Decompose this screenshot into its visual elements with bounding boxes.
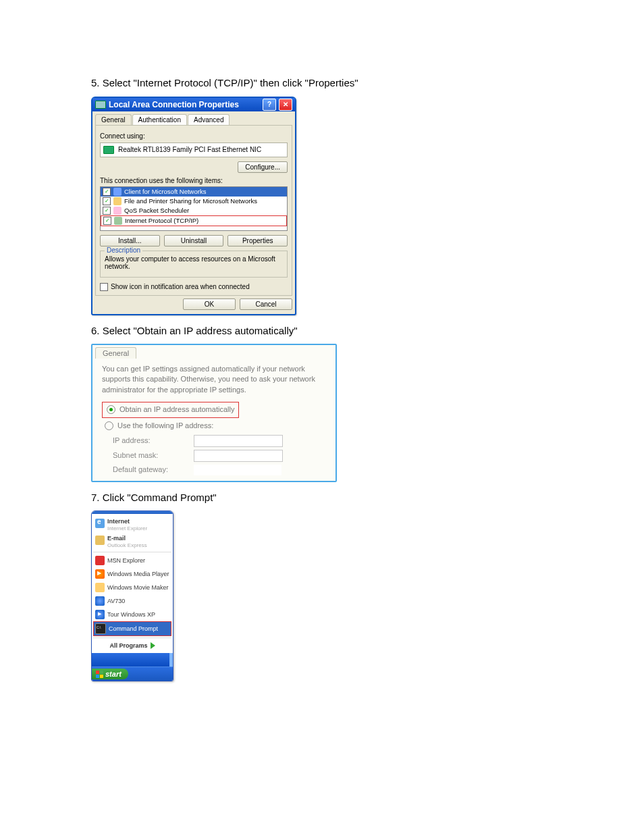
items-list[interactable]: ✓ Client for Microsoft Networks ✓ File a… [100, 186, 288, 231]
properties-button[interactable]: Properties [227, 235, 288, 246]
item-title: Internet [107, 518, 130, 525]
item-subtitle: Internet Explorer [107, 525, 147, 531]
start-item-tour[interactable]: Tour Windows XP [93, 608, 171, 621]
start-button[interactable]: start [92, 669, 128, 679]
wmp-icon [95, 569, 105, 579]
taskbar: start [92, 667, 173, 681]
step6-text: 6. Select "Obtain an IP address automati… [91, 323, 553, 339]
radio-auto-label: Obtain an IP address automatically [119, 405, 234, 415]
item-tcpip[interactable]: ✓ Internet Protocol (TCP/IP) [101, 216, 286, 226]
help-button[interactable]: ? [263, 99, 276, 111]
description-group: Description Allows your computer to acce… [100, 251, 288, 278]
divider [93, 552, 171, 552]
item-label: QoS Packet Scheduler [124, 207, 189, 214]
default-gateway-field[interactable] [194, 465, 281, 475]
radio-manual[interactable]: Use the following IP address: [102, 419, 329, 432]
item-title: MSN Explorer [107, 557, 145, 564]
item-title: Tour Windows XP [107, 611, 155, 618]
network-icon [95, 101, 106, 109]
radio-auto[interactable]: Obtain an IP address automatically [104, 403, 237, 416]
highlight-tcpip: ✓ Internet Protocol (TCP/IP) [101, 215, 287, 226]
item-file-printer-sharing[interactable]: ✓ File and Printer Sharing for Microsoft… [101, 197, 287, 206]
ie-icon [95, 519, 105, 528]
subnet-mask-field[interactable] [194, 450, 283, 462]
highlight-obtain-auto: Obtain an IP address automatically [102, 402, 239, 417]
item-qos[interactable]: ✓ QoS Packet Scheduler [101, 206, 287, 215]
qos-icon [113, 207, 122, 215]
client-icon [113, 188, 122, 196]
mail-icon [95, 536, 105, 545]
step7-text: 7. Click "Command Prompt" [91, 490, 553, 506]
item-label: File and Printer Sharing for Microsoft N… [124, 197, 257, 205]
close-button[interactable]: ✕ [279, 99, 292, 111]
item-subtitle: Outlook Express [107, 542, 147, 548]
checkbox-icon[interactable]: ✓ [103, 197, 111, 205]
item-title: Windows Movie Maker [107, 584, 169, 591]
moviemaker-icon [95, 583, 105, 592]
all-programs-label: All Programs [109, 642, 147, 649]
ok-button[interactable]: OK [183, 298, 236, 310]
description-legend: Description [105, 246, 142, 254]
radio-icon[interactable] [107, 405, 115, 414]
tcpip-icon [114, 217, 122, 225]
start-item-moviemaker[interactable]: Windows Movie Maker [93, 581, 171, 594]
start-item-command-prompt[interactable]: Command Prompt [93, 621, 171, 636]
uninstall-button[interactable]: Uninstall [164, 235, 224, 246]
checkbox-icon[interactable]: ✓ [103, 207, 111, 215]
tour-icon [95, 610, 105, 619]
cmd-icon [95, 623, 106, 634]
description-text: Allows your computer to access resources… [105, 255, 283, 273]
tab-general[interactable]: General [95, 114, 132, 125]
item-title: Command Prompt [109, 625, 158, 632]
start-menu: Internet Internet Explorer E-mail Outloo… [91, 511, 173, 681]
lan-properties-dialog: Local Area Connection Properties ? ✕ Gen… [91, 97, 296, 315]
configure-button[interactable]: Configure... [238, 161, 288, 173]
all-programs[interactable]: All Programs [93, 640, 171, 652]
cancel-button[interactable]: Cancel [240, 298, 292, 310]
start-item-internet[interactable]: Internet Internet Explorer [93, 517, 171, 533]
ip-address-field[interactable] [194, 435, 283, 447]
show-icon-checkbox-row[interactable]: ✓ Show icon in notification area when co… [100, 283, 288, 291]
checkbox-icon[interactable]: ✓ [103, 217, 111, 225]
adapter-name: Realtek RTL8139 Family PCI Fast Ethernet… [118, 146, 261, 153]
tcpip-properties-dialog: General You can get IP settings assigned… [91, 344, 337, 482]
start-item-msn[interactable]: MSN Explorer [93, 554, 171, 567]
item-title: AV730 [107, 598, 125, 604]
item-title: E-mail [107, 535, 126, 542]
checkbox-icon[interactable]: ✓ [100, 283, 108, 291]
install-button[interactable]: Install... [100, 235, 160, 246]
default-gateway-label: Default gateway: [113, 465, 187, 475]
tab-advanced[interactable]: Advanced [188, 114, 230, 125]
item-label: Internet Protocol (TCP/IP) [125, 217, 198, 224]
av730-icon [95, 596, 105, 606]
window-title: Local Area Connection Properties [109, 100, 260, 109]
radio-manual-label: Use the following IP address: [117, 421, 213, 431]
start-item-email[interactable]: E-mail Outlook Express [93, 533, 171, 550]
start-label: start [105, 670, 122, 678]
subnet-mask-label: Subnet mask: [113, 450, 187, 461]
tab-authentication[interactable]: Authentication [132, 114, 187, 125]
titlebar: Local Area Connection Properties ? ✕ [92, 98, 295, 111]
connect-using-label: Connect using: [100, 132, 288, 140]
start-item-wmp[interactable]: Windows Media Player [93, 567, 171, 581]
nic-icon [103, 146, 114, 154]
radio-icon[interactable] [105, 421, 113, 430]
show-icon-label: Show icon in notification area when conn… [111, 283, 250, 290]
tab-general[interactable]: General [95, 347, 136, 359]
start-item-av730[interactable]: AV730 [93, 594, 171, 608]
checkbox-icon[interactable]: ✓ [103, 188, 111, 196]
item-label: Client for Microsoft Networks [124, 188, 206, 195]
fileprint-icon [113, 197, 122, 205]
tcpip-intro: You can get IP settings assigned automat… [102, 364, 329, 395]
start-menu-footer [92, 653, 173, 667]
ip-address-label: IP address: [113, 436, 187, 446]
msn-icon [95, 556, 105, 565]
arrow-right-icon [151, 642, 155, 649]
item-client-ms-networks[interactable]: ✓ Client for Microsoft Networks [101, 187, 287, 197]
windows-logo-icon [96, 671, 103, 678]
step5-text: 5. Select "Internet Protocol (TCP/IP)" t… [91, 76, 553, 91]
divider [93, 637, 171, 638]
item-title: Windows Media Player [107, 571, 169, 577]
uses-label: This connection uses the following items… [100, 177, 288, 184]
adapter-box: Realtek RTL8139 Family PCI Fast Ethernet… [100, 142, 288, 157]
